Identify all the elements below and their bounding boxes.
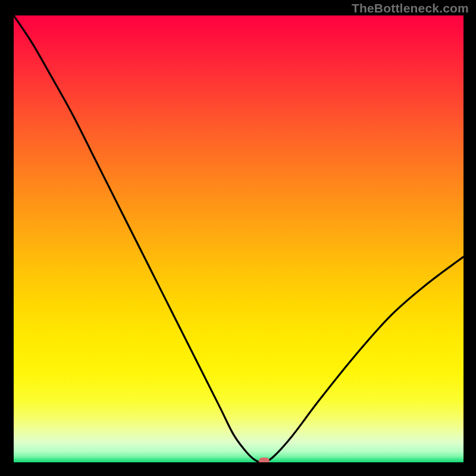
- plot-area: [14, 15, 464, 462]
- bottleneck-curve: [14, 15, 464, 462]
- optimal-point-marker: [259, 458, 270, 462]
- chart-frame: TheBottleneck.com: [0, 0, 476, 476]
- watermark-label: TheBottleneck.com: [352, 1, 469, 15]
